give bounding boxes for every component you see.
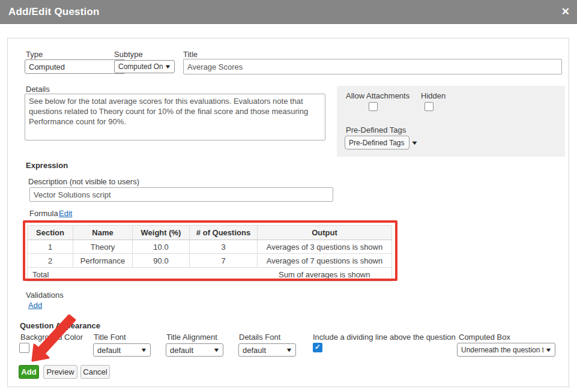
details-font-label: Details Font	[239, 333, 280, 342]
table-footer-row: Total Sum of averages is shown	[28, 268, 392, 282]
cell-questions: 7	[190, 254, 258, 268]
modal-title: Add/Edit Question	[8, 6, 100, 18]
col-header-name: Name	[73, 226, 133, 240]
computed-box-select[interactable]: Underneath the question title ▼	[457, 343, 555, 357]
title-alignment-select[interactable]: default ▼	[166, 343, 223, 357]
type-select-value: Computed	[29, 62, 113, 71]
predefined-tags-dropdown[interactable]: Pre-Defined Tags ▼	[345, 136, 409, 149]
col-header-weight: Weight (%)	[133, 226, 190, 240]
col-header-questions: # of Questions	[190, 226, 258, 240]
modal-header: Add/Edit Question ✕	[0, 0, 577, 24]
title-font-label: Title Font	[94, 333, 126, 342]
dividing-line-checkbox[interactable]	[313, 343, 322, 352]
total-label: Total	[28, 268, 258, 282]
validations-label: Validations	[26, 291, 64, 300]
add-button[interactable]: Add	[19, 365, 39, 379]
chevron-down-icon: ▼	[140, 347, 147, 353]
options-box: Allow Attachments Hidden Pre-Defined Tag…	[337, 86, 565, 157]
description-label: Description (not visible to users)	[28, 177, 139, 186]
question-form-panel: Type Computed ▼ Subtype Computed Only ▼ …	[7, 38, 569, 387]
validations-add-link[interactable]: Add	[28, 301, 42, 310]
computed-box-select-value: Underneath the question title	[461, 346, 543, 354]
chevron-down-icon: ▼	[164, 64, 171, 70]
preview-button[interactable]: Preview	[43, 365, 77, 379]
hidden-label: Hidden	[421, 91, 446, 100]
background-color-label: Background Color	[20, 333, 83, 342]
title-label: Title	[183, 50, 198, 59]
type-select[interactable]: Computed ▼	[25, 59, 125, 74]
details-label: Details	[26, 85, 50, 94]
cell-output: Averages of 7 questions is shown	[258, 254, 392, 268]
formula-label: Formula	[29, 209, 58, 218]
col-header-section: Section	[28, 226, 73, 240]
cell-section: 2	[28, 254, 73, 268]
cell-weight: 90.0	[133, 254, 190, 268]
formula-table: Section Name Weight (%) # of Questions O…	[27, 225, 392, 282]
close-icon[interactable]: ✕	[561, 6, 570, 18]
description-input[interactable]	[29, 187, 333, 202]
subtype-label: Subtype	[114, 50, 143, 59]
cell-section: 1	[28, 240, 73, 254]
chevron-down-icon: ▼	[213, 347, 220, 353]
type-label: Type	[26, 50, 43, 59]
cell-weight: 10.0	[133, 240, 190, 254]
background-color-checkbox[interactable]	[19, 343, 29, 353]
details-font-select[interactable]: default ▼	[238, 343, 296, 357]
allow-attachments-checkbox[interactable]	[369, 102, 378, 111]
dividing-line-label: Include a dividing line above the questi…	[313, 333, 456, 342]
details-textarea[interactable]	[25, 94, 325, 140]
predefined-tags-dropdown-label: Pre-Defined Tags	[345, 139, 408, 147]
total-output: Sum of averages is shown	[258, 268, 392, 282]
table-header-row: Section Name Weight (%) # of Questions O…	[28, 226, 392, 240]
subtype-select-value: Computed Only	[118, 62, 163, 71]
details-font-select-value: default	[243, 346, 284, 355]
chevron-down-icon: ▼	[545, 347, 552, 353]
hidden-checkbox[interactable]	[424, 102, 434, 111]
chevron-down-icon: ▼	[285, 347, 292, 353]
chevron-down-icon: ▼	[405, 140, 423, 146]
table-row: 1 Theory 10.0 3 Averages of 3 questions …	[28, 240, 392, 254]
table-row: 2 Performance 90.0 7 Averages of 7 quest…	[28, 254, 392, 268]
cell-output: Averages of 3 questions is shown	[258, 240, 392, 254]
subtype-select[interactable]: Computed Only ▼	[114, 60, 175, 73]
title-font-select-value: default	[97, 346, 139, 355]
question-appearance-heading: Question Appearance	[20, 321, 100, 330]
cell-name: Performance	[73, 254, 133, 268]
predefined-tags-label: Pre-Defined Tags	[346, 125, 406, 134]
title-alignment-select-value: default	[170, 346, 211, 355]
cancel-button[interactable]: Cancel	[80, 365, 110, 379]
title-alignment-label: Title Alignment	[166, 333, 217, 342]
computed-box-label: Computed Box	[459, 333, 510, 342]
allow-attachments-label: Allow Attachments	[346, 91, 409, 100]
col-header-output: Output	[258, 226, 392, 240]
title-font-select[interactable]: default ▼	[93, 343, 151, 357]
expression-heading: Expression	[26, 161, 68, 170]
cell-name: Theory	[73, 240, 133, 254]
cell-questions: 3	[190, 240, 258, 254]
title-input[interactable]	[183, 59, 562, 74]
formula-edit-link[interactable]: Edit	[59, 209, 72, 218]
